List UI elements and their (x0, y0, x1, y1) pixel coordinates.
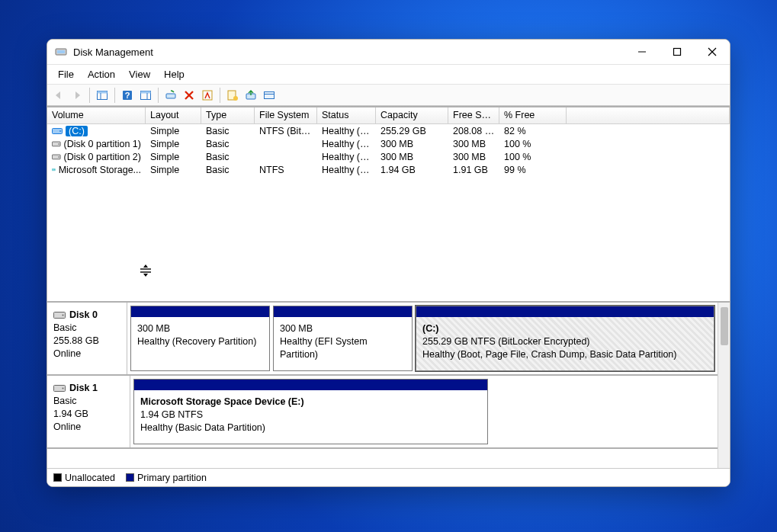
volume-layout: Simple (146, 126, 201, 136)
svg-point-34 (63, 315, 64, 316)
attach-vhd-button[interactable] (242, 87, 259, 104)
titlebar[interactable]: Disk Management (47, 40, 730, 65)
volume-layout: Simple (146, 139, 201, 149)
partition-size: 1.94 GB NTFS (140, 409, 481, 421)
col-capacity[interactable]: Capacity (376, 107, 448, 123)
svg-point-19 (233, 96, 238, 101)
legend: Unallocated Primary partition (47, 468, 730, 486)
partition[interactable]: 300 MBHealthy (EFI System Partition) (273, 306, 413, 371)
maximize-button[interactable] (660, 40, 695, 65)
disk-graphical-view: Disk 0Basic255.88 GBOnline300 MBHealthy … (47, 301, 730, 486)
partition-title: Microsoft Storage Space Device (E:) (140, 396, 481, 409)
help-button[interactable]: ? (119, 87, 136, 104)
partition-size: 300 MB (280, 322, 406, 335)
swatch-primary-icon (126, 473, 134, 482)
volume-fs: NTFS (255, 165, 317, 175)
volume-fs: NTFS (BitLo... (255, 126, 317, 136)
toolbar: ? (47, 85, 730, 106)
disk-info[interactable]: Disk 1Basic1.94 GBOnline (47, 376, 130, 447)
col-freespace[interactable]: Free Sp... (448, 107, 499, 123)
volume-row[interactable]: (C:)SimpleBasicNTFS (BitLo...Healthy (B.… (47, 124, 730, 137)
menu-action[interactable]: Action (82, 66, 121, 82)
volume-status: Healthy (B... (317, 165, 376, 175)
volume-status: Healthy (E... (317, 152, 376, 162)
disk-title: Disk 0 (69, 309, 98, 322)
volume-name: (Disk 0 partition 2) (64, 152, 141, 162)
volume-status: Healthy (B... (317, 126, 376, 136)
scrollbar-thumb[interactable] (721, 307, 728, 345)
volume-pct: 99 % (499, 165, 567, 175)
col-spacer (567, 107, 730, 123)
partition-desc: Healthy (EFI System Partition) (280, 335, 406, 361)
volume-row[interactable]: Microsoft Storage...SimpleBasicNTFSHealt… (47, 163, 730, 176)
legend-primary: Primary partition (126, 473, 207, 483)
volume-list[interactable]: Volume Layout Type File System Status Ca… (47, 106, 730, 301)
disk-status: Online (53, 421, 124, 434)
window-title: Disk Management (73, 46, 153, 58)
disk-info[interactable]: Disk 0Basic255.88 GBOnline (47, 303, 127, 374)
legend-primary-label: Primary partition (137, 473, 207, 483)
volume-capacity: 300 MB (376, 139, 448, 149)
partition-header-bar (134, 380, 487, 390)
legend-unallocated-label: Unallocated (65, 473, 115, 483)
col-pctfree[interactable]: % Free (499, 107, 567, 123)
new-volume-button[interactable] (224, 87, 241, 104)
partition[interactable]: Microsoft Storage Space Device (E:)1.94 … (133, 379, 488, 444)
volume-type: Basic (201, 139, 255, 149)
menu-help[interactable]: Help (158, 66, 191, 82)
disk-status: Online (53, 348, 120, 361)
svg-point-30 (54, 169, 55, 170)
disk-size: 255.88 GB (53, 335, 120, 348)
legend-unallocated: Unallocated (53, 473, 115, 483)
svg-point-26 (58, 143, 59, 144)
partitions: 300 MBHealthy (Recovery Partition)300 MB… (127, 303, 718, 374)
partition[interactable]: 300 MBHealthy (Recovery Partition) (130, 306, 270, 371)
settings-button[interactable] (261, 87, 278, 104)
col-layout[interactable]: Layout (146, 107, 201, 123)
properties-button[interactable] (199, 87, 216, 104)
volume-type: Basic (201, 126, 255, 136)
toolbar-separator (158, 88, 159, 103)
app-icon (55, 46, 67, 58)
menu-view[interactable]: View (123, 66, 156, 82)
volume-row[interactable]: (Disk 0 partition 1)SimpleBasicHealthy (… (47, 137, 730, 150)
partition-desc: Healthy (Basic Data Partition) (140, 421, 481, 434)
show-hide-console-tree-button[interactable] (94, 87, 111, 104)
volume-free: 208.08 GB (448, 126, 499, 136)
svg-rect-1 (57, 50, 65, 53)
toolbar-separator (220, 88, 220, 103)
col-type[interactable]: Type (201, 107, 255, 123)
minimize-button[interactable] (624, 40, 660, 65)
volume-list-body[interactable]: (C:)SimpleBasicNTFS (BitLo...Healthy (B.… (47, 124, 730, 176)
svg-point-36 (63, 388, 64, 389)
disk-management-window: Disk Management File Action View Help ? … (47, 39, 730, 487)
volume-row[interactable]: (Disk 0 partition 2)SimpleBasicHealthy (… (47, 150, 730, 163)
delete-button[interactable] (181, 87, 197, 104)
volume-name: (Disk 0 partition 1) (64, 139, 141, 149)
volume-name: Microsoft Storage... (59, 165, 141, 175)
refresh-button[interactable] (162, 87, 179, 104)
partition-desc: Healthy (Recovery Partition) (137, 335, 263, 348)
swatch-unallocated-icon (53, 473, 62, 482)
disk-title: Disk 1 (69, 382, 98, 395)
menu-file[interactable]: File (52, 66, 80, 82)
volume-pct: 100 % (499, 139, 567, 149)
forward-button[interactable] (69, 87, 85, 104)
scrollbar-vertical[interactable] (718, 303, 730, 468)
close-button[interactable] (695, 40, 730, 65)
disk-row: Disk 1Basic1.94 GBOnlineMicrosoft Storag… (47, 376, 718, 449)
volume-capacity: 255.29 GB (376, 126, 448, 136)
partition-header-bar (274, 306, 412, 317)
col-status[interactable]: Status (317, 107, 376, 123)
disk-icon (53, 310, 66, 319)
back-button[interactable] (50, 87, 67, 104)
volume-type: Basic (201, 152, 255, 162)
action-pane-button[interactable] (137, 87, 154, 104)
col-filesystem[interactable]: File System (255, 107, 317, 123)
volume-list-header[interactable]: Volume Layout Type File System Status Ca… (47, 107, 730, 124)
volume-free: 1.91 GB (448, 165, 499, 175)
volume-name: (C:) (66, 126, 88, 136)
svg-rect-7 (98, 91, 108, 93)
col-volume[interactable]: Volume (47, 107, 146, 123)
partition[interactable]: (C:)255.29 GB NTFS (BitLocker Encrypted)… (416, 306, 714, 371)
